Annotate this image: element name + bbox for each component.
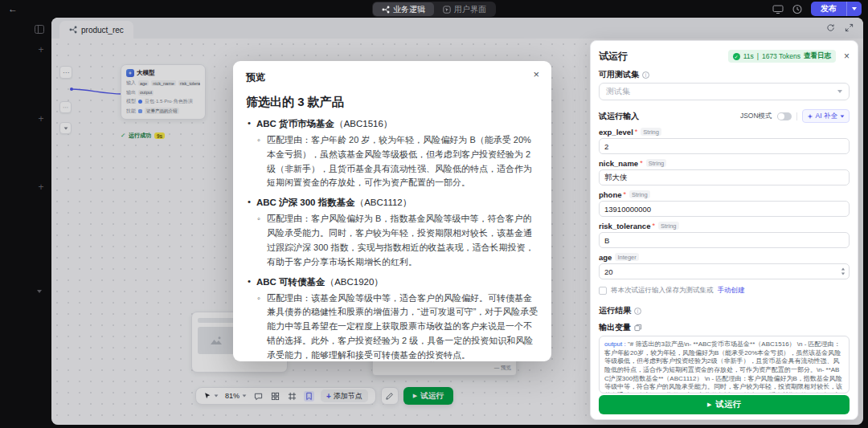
required-asterisk: * bbox=[652, 222, 655, 230]
chevron-down-icon bbox=[841, 273, 845, 275]
panel-header: 试运行 ✓ 11s | 1673 Tokens 查看日志 × bbox=[599, 47, 850, 65]
field-name: phone bbox=[599, 190, 622, 199]
info-icon: i bbox=[642, 71, 649, 79]
field-phone: phone * String bbox=[599, 190, 850, 217]
list-item: ABC 沪深 300 指数基金（ABC1112） 匹配理由：客户风险偏好为 B，… bbox=[246, 197, 538, 269]
product-reason: 匹配理由：该基金风险等级中等，适合客户的风险偏好。可转债基金兼具债券的稳健性和股… bbox=[246, 291, 538, 363]
field-type-badge: String bbox=[629, 190, 650, 198]
product-code: （ABC1920） bbox=[326, 277, 383, 287]
field-age: age Integer bbox=[599, 252, 850, 279]
top-bar: ← 业务逻辑 用户界面 发布 bbox=[0, 0, 868, 18]
list-item: ABC 可转债基金（ABC1920） 匹配理由：该基金风险等级中等，适合客户的风… bbox=[246, 276, 538, 363]
badge-divider: | bbox=[757, 52, 759, 60]
play-icon: ▶ bbox=[707, 402, 711, 408]
required-asterisk: * bbox=[624, 190, 627, 198]
view-log-link[interactable]: 查看日志 bbox=[804, 51, 831, 61]
tab-label: 业务逻辑 bbox=[393, 4, 425, 15]
test-run-button[interactable]: ▶ 试运行 bbox=[599, 395, 850, 414]
token-count: 1673 Tokens bbox=[762, 52, 800, 60]
product-list: ABC 货币市场基金（ABC1516） 匹配理由：客户年龄 20 岁，较为年轻，… bbox=[246, 118, 538, 363]
nick-name-input[interactable] bbox=[599, 169, 850, 185]
required-asterisk: * bbox=[635, 128, 638, 136]
field-name: exp_level bbox=[599, 128, 633, 137]
info-icon: i bbox=[634, 308, 641, 315]
editor-window: product_rec ⋯ ⋯ 大模型 bbox=[51, 18, 863, 425]
history-icon[interactable] bbox=[792, 4, 803, 14]
chevron-down-icon bbox=[837, 90, 842, 93]
close-icon[interactable]: × bbox=[533, 68, 539, 80]
output-variable-label: 输出变量 bbox=[599, 322, 850, 333]
list-item: ABC 货币市场基金（ABC1516） 匹配理由：客户年龄 20 岁，较为年轻，… bbox=[246, 118, 538, 190]
left-rail: + + + bbox=[0, 18, 51, 428]
output-value-box[interactable]: output : "# 筛选出的3款产品\n- **ABC货币市场基金**（AB… bbox=[599, 336, 850, 393]
chevron-down-icon bbox=[841, 115, 845, 117]
divider bbox=[796, 112, 797, 120]
tab-user-interface[interactable]: 用户界面 bbox=[434, 2, 495, 16]
product-reason: 匹配理由：客户风险偏好为 B，指数基金风险等级中等，符合客户的风险承受能力。同时… bbox=[246, 212, 538, 269]
field-type-badge: String bbox=[641, 128, 661, 136]
product-name: ABC 沪深 300 指数基金 bbox=[256, 198, 355, 207]
workflow-icon bbox=[382, 6, 390, 14]
chevron-down-icon bbox=[852, 7, 857, 10]
sparkle-icon bbox=[807, 113, 813, 120]
test-set-select[interactable]: 测试集 bbox=[599, 83, 850, 100]
exp-level-input[interactable] bbox=[599, 138, 850, 154]
product-name: ABC 可转债基金 bbox=[256, 277, 326, 287]
field-risk-tolerance: risk_tolerance * String bbox=[599, 221, 850, 248]
field-nick-name: nick_name * String bbox=[599, 158, 850, 185]
quantity-stepper[interactable] bbox=[841, 267, 845, 275]
collapse-panel-icon[interactable] bbox=[34, 25, 45, 35]
field-name: age bbox=[599, 253, 612, 262]
add-section-icon[interactable]: + bbox=[35, 182, 47, 192]
json-mode-toggle[interactable] bbox=[777, 112, 792, 120]
app-root: ← 业务逻辑 用户界面 发布 bbox=[0, 0, 868, 428]
run-result-badge[interactable]: ✓ 11s | 1673 Tokens 查看日志 bbox=[728, 50, 836, 63]
product-code: （ABC1516） bbox=[334, 119, 392, 128]
output-text: "# 筛选出的3款产品\n- **ABC货币市场基金**（ABC1516） \n… bbox=[604, 340, 842, 393]
test-run-panel: 试运行 ✓ 11s | 1673 Tokens 查看日志 × 可用测试集 i 测… bbox=[590, 40, 858, 420]
age-input[interactable] bbox=[599, 263, 850, 279]
save-checkbox[interactable] bbox=[599, 287, 607, 295]
publish-split-button: 发布 bbox=[811, 2, 862, 16]
tab-label: 用户界面 bbox=[454, 4, 486, 15]
field-type-badge: Integer bbox=[615, 253, 638, 261]
preview-modal: 预览 × 筛选出的 3 款产品 ABC 货币市场基金（ABC1516） 匹配理由… bbox=[233, 61, 551, 361]
mode-switcher: 业务逻辑 用户界面 bbox=[372, 2, 496, 17]
tab-business-logic[interactable]: 业务逻辑 bbox=[373, 2, 434, 16]
risk-tolerance-input[interactable] bbox=[599, 232, 850, 248]
add-section-icon[interactable]: + bbox=[35, 114, 47, 124]
panel-title: 试运行 bbox=[599, 50, 628, 63]
add-section-icon[interactable]: + bbox=[35, 45, 47, 55]
publish-button[interactable]: 发布 bbox=[811, 2, 846, 16]
product-reason: 匹配理由：客户年龄 20 岁，较为年轻，风险偏好为 B（能承受 20% 本金亏损… bbox=[246, 133, 538, 190]
product-code: （ABC1112） bbox=[355, 198, 412, 207]
product-name: ABC 货币市场基金 bbox=[256, 119, 334, 128]
output-key: output : bbox=[604, 340, 626, 348]
field-type-badge: String bbox=[646, 159, 667, 167]
field-type-badge: String bbox=[658, 222, 679, 230]
modal-heading: 筛选出的 3 款产品 bbox=[246, 95, 538, 110]
json-mode-label: JSON模式 bbox=[740, 112, 772, 121]
run-time: 11s bbox=[743, 52, 754, 60]
ai-complete-button[interactable]: AI 补全 bbox=[802, 109, 850, 123]
publish-menu-button[interactable] bbox=[847, 2, 862, 16]
chevron-down-icon[interactable] bbox=[34, 285, 45, 295]
back-icon[interactable]: ← bbox=[8, 2, 18, 15]
ui-cursor-icon bbox=[443, 6, 451, 14]
field-name: nick_name bbox=[599, 159, 638, 168]
test-set-section-label: 可用测试集 i bbox=[599, 69, 850, 80]
phone-input[interactable] bbox=[599, 201, 850, 217]
close-icon[interactable]: × bbox=[844, 51, 850, 62]
save-hint: 将本次试运行输入保存为测试集或 bbox=[611, 286, 714, 296]
modal-title: 预览 bbox=[246, 71, 538, 84]
manual-create-link[interactable]: 手动创建 bbox=[718, 286, 745, 296]
chevron-up-icon bbox=[841, 268, 845, 271]
required-asterisk: * bbox=[640, 159, 643, 167]
save-test-set-row: 将本次试运行输入保存为测试集或手动创建 bbox=[599, 286, 850, 296]
check-icon: ✓ bbox=[733, 53, 740, 60]
copy-icon[interactable] bbox=[634, 324, 642, 332]
preview-screen-icon[interactable] bbox=[772, 4, 784, 14]
input-section-header: 试运行输入 JSON模式 AI 补全 bbox=[599, 109, 850, 123]
field-exp-level: exp_level * String bbox=[599, 127, 850, 154]
field-name: risk_tolerance bbox=[599, 222, 650, 230]
